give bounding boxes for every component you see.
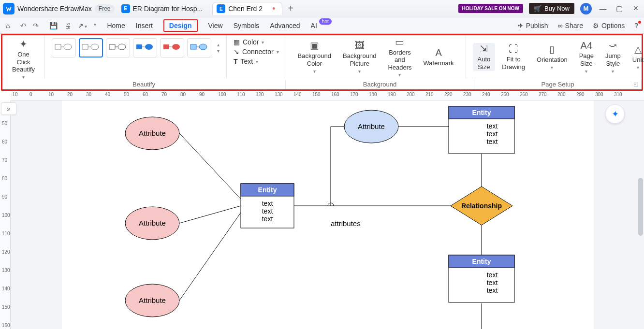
redo-button[interactable]: ↷ — [33, 22, 39, 29]
vertical-ruler: 405060708090100110120130140150160 — [0, 100, 11, 329]
cart-icon: 🛒 — [534, 5, 542, 12]
svg-point-4 — [91, 44, 99, 50]
style-1[interactable] — [52, 38, 76, 57]
color-dropdown[interactable]: ▦Color▾ — [234, 38, 279, 46]
fit-to-drawing-button[interactable]: ⛶Fit to Drawing — [497, 43, 530, 71]
page[interactable]: Attribute Attribute Attribute Entity tex… — [62, 100, 594, 329]
attribute-top[interactable]: Attribute — [358, 122, 385, 130]
pagesize-icon: A4 — [581, 40, 592, 51]
svg-text:text: text — [487, 271, 498, 279]
svg-rect-12 — [163, 44, 169, 49]
svg-point-7 — [118, 44, 126, 50]
maximize-button[interactable]: ▢ — [614, 4, 625, 13]
print-button[interactable]: 🖨 — [64, 22, 71, 29]
svg-text:text: text — [262, 215, 273, 223]
work-area: -100102030405060708090100110120130140150… — [0, 91, 644, 329]
bgcolor-icon: ▣ — [310, 40, 319, 51]
undo-button[interactable]: ↶ — [20, 22, 26, 29]
page-size-button[interactable]: A4Page Size▾ — [574, 40, 599, 74]
titlebar-right: HOLIDAY SALE ON NOW 🛒 Buy Now M — ▢ × — [458, 3, 641, 14]
svg-point-16 — [199, 44, 207, 50]
share-button[interactable]: ∞Share — [558, 22, 583, 29]
orientation-button[interactable]: ▯Orientation▾ — [532, 43, 572, 71]
svg-point-1 — [64, 44, 72, 50]
menu-ai[interactable]: AI — [311, 22, 317, 29]
close-button[interactable]: × — [630, 3, 641, 14]
export-button[interactable]: ↗ — [78, 22, 87, 29]
document-tab-1[interactable]: E ER Diagram for Hosp... — [117, 2, 210, 15]
qat-more[interactable]: ▾ — [94, 22, 96, 29]
vertical-scrollbar[interactable] — [638, 178, 643, 236]
svg-line-20 — [179, 213, 241, 300]
publish-icon: ✈ — [518, 22, 524, 29]
bgpic-icon: 🖼 — [355, 40, 365, 51]
style-5[interactable] — [160, 38, 184, 57]
expand-pagesetup-icon[interactable]: ◰ — [633, 81, 638, 87]
attribute-3[interactable]: Attribute — [139, 296, 166, 304]
group-beautify: Beautify — [2, 79, 286, 89]
save-button[interactable]: 💾 — [49, 22, 58, 29]
gear-icon: ⚙ — [593, 22, 599, 29]
background-picture-button[interactable]: 🖼Background Picture▾ — [338, 40, 381, 74]
style-6[interactable] — [187, 38, 211, 57]
ai-fab-button[interactable]: ✦ — [605, 104, 625, 124]
connector-dropdown[interactable]: ↘Connector▾ — [234, 48, 279, 56]
help-icon: ? — [634, 22, 638, 29]
canvas[interactable]: Attribute Attribute Attribute Entity tex… — [11, 100, 644, 329]
svg-rect-15 — [190, 44, 196, 49]
svg-line-19 — [179, 206, 241, 223]
new-tab-button[interactable]: + — [285, 3, 296, 14]
app-name: Wondershare EdrawMax — [17, 5, 92, 13]
document-tab-2[interactable]: E Chen Erd 2 • — [212, 2, 282, 15]
menu-view[interactable]: View — [208, 22, 223, 29]
style-gallery: ▴▾ — [52, 38, 220, 57]
gallery-scroll[interactable]: ▴▾ — [217, 42, 220, 54]
share-icon: ∞ — [558, 22, 563, 29]
svg-text:Entity: Entity — [472, 257, 491, 265]
home-icon[interactable]: ⌂ — [6, 22, 10, 29]
tab-label: ER Diagram for Hosp... — [133, 5, 203, 13]
svg-rect-3 — [82, 44, 88, 49]
menu-home[interactable]: Home — [107, 22, 125, 29]
entity-bottomright[interactable]: Entity text text text — [449, 255, 514, 302]
menu-insert[interactable]: Insert — [136, 22, 153, 29]
user-avatar[interactable]: M — [580, 3, 592, 14]
one-click-beautify-button[interactable]: ✦ One Click Beautify ▾ — [9, 38, 38, 80]
buy-now-button[interactable]: 🛒 Buy Now — [529, 3, 574, 14]
menu-symbols[interactable]: Symbols — [234, 22, 260, 29]
style-4[interactable] — [133, 38, 157, 57]
style-3[interactable] — [106, 38, 130, 57]
jump-style-button[interactable]: ⤻Jump Style▾ — [600, 40, 626, 74]
holiday-sale-button[interactable]: HOLIDAY SALE ON NOW — [458, 4, 523, 13]
auto-size-button[interactable]: ⇲Auto Size — [473, 43, 496, 71]
jump-icon: ⤻ — [609, 40, 617, 51]
svg-point-10 — [145, 44, 153, 50]
attribute-1[interactable]: Attribute — [139, 129, 166, 137]
relationship-diamond[interactable]: Relationship — [451, 186, 512, 225]
menu-advanced[interactable]: Advanced — [270, 22, 300, 29]
sparkle-icon: ✦ — [19, 38, 28, 50]
svg-text:text: text — [487, 279, 498, 286]
doc-icon: E — [121, 4, 130, 13]
svg-text:Entity: Entity — [472, 109, 491, 116]
unit-icon: △ — [634, 43, 642, 55]
tab-modified-close-icon[interactable]: • — [272, 5, 275, 12]
unit-button[interactable]: △Unit▾ — [628, 43, 644, 71]
entity-center[interactable]: Entity text text text — [241, 184, 294, 228]
collapse-panel-button[interactable]: » — [1, 102, 16, 115]
help-button[interactable]: ? — [634, 22, 638, 29]
minimize-button[interactable]: — — [598, 4, 608, 13]
style-2-selected[interactable] — [79, 38, 103, 57]
options-button[interactable]: ⚙Options — [593, 22, 625, 29]
watermark-icon: A — [435, 47, 441, 58]
publish-button[interactable]: ✈Publish — [518, 22, 548, 29]
watermark-button[interactable]: AWatermark — [419, 47, 459, 67]
text-dropdown[interactable]: TText▾ — [234, 57, 279, 65]
svg-text:Relationship: Relationship — [461, 202, 502, 210]
background-color-button[interactable]: ▣Background Color▾ — [293, 40, 336, 74]
entity-topright[interactable]: Entity text text text — [449, 106, 514, 154]
menubar-right: ✈Publish ∞Share ⚙Options ? — [518, 22, 638, 29]
menu-design[interactable]: Design — [163, 19, 198, 32]
borders-headers-button[interactable]: ▭Borders and Headers▾ — [383, 36, 416, 78]
attribute-2[interactable]: Attribute — [139, 219, 166, 227]
